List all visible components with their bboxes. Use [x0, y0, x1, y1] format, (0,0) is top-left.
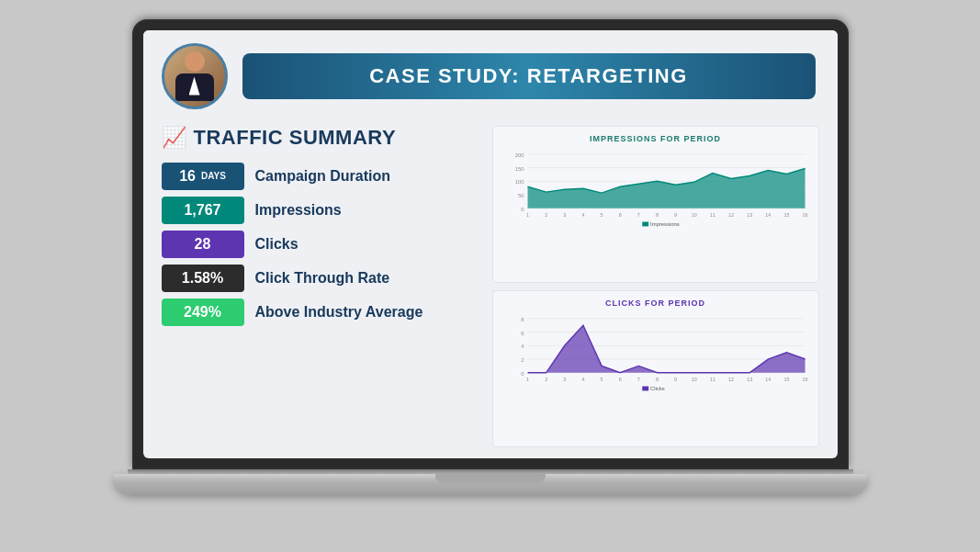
- badge-impressions-value: 1,767: [184, 202, 220, 219]
- svg-text:12: 12: [728, 211, 734, 217]
- laptop-screen: CASE STUDY: RETARGETING 📈 TRAFFIC SUMMAR…: [143, 30, 838, 458]
- svg-text:2: 2: [545, 376, 547, 381]
- svg-text:6: 6: [618, 376, 621, 381]
- laptop-container: CASE STUDY: RETARGETING 📈 TRAFFIC SUMMAR…: [114, 19, 867, 534]
- clicks-chart-container: CLICKS FOR PERIOD: [492, 290, 819, 447]
- svg-text:1: 1: [526, 376, 529, 381]
- svg-text:9: 9: [674, 376, 677, 381]
- svg-text:9: 9: [674, 211, 677, 217]
- traffic-title-row: 📈 TRAFFIC SUMMARY: [162, 126, 474, 150]
- laptop-base: [114, 474, 867, 494]
- svg-text:16: 16: [802, 376, 807, 381]
- svg-text:10: 10: [691, 376, 696, 381]
- svg-text:12: 12: [728, 376, 734, 381]
- svg-text:6: 6: [521, 330, 524, 335]
- svg-text:2: 2: [545, 211, 547, 217]
- svg-text:1: 1: [526, 211, 529, 217]
- screen-content: CASE STUDY: RETARGETING 📈 TRAFFIC SUMMAR…: [143, 30, 838, 458]
- svg-text:50: 50: [518, 193, 524, 198]
- stats-list: 16 DAYS Campaign Duration 1,767 Imp: [162, 163, 474, 326]
- impressions-chart-title: IMPRESSIONS FOR PERIOD: [502, 134, 809, 143]
- svg-text:0: 0: [521, 206, 524, 211]
- main-content: 📈 TRAFFIC SUMMARY 16 DAYS Campaign Durat…: [143, 118, 838, 458]
- title-banner: CASE STUDY: RETARGETING: [242, 53, 816, 99]
- badge-duration-unit: DAYS: [201, 171, 226, 181]
- left-panel: 📈 TRAFFIC SUMMARY 16 DAYS Campaign Durat…: [162, 126, 474, 447]
- screen-bezel: CASE STUDY: RETARGETING 📈 TRAFFIC SUMMAR…: [132, 19, 849, 469]
- svg-text:13: 13: [747, 376, 752, 381]
- svg-text:8: 8: [521, 316, 524, 321]
- person-head: [185, 51, 205, 72]
- svg-text:16: 16: [802, 211, 807, 217]
- svg-text:11: 11: [709, 211, 715, 217]
- badge-above-avg-value: 249%: [184, 304, 221, 321]
- svg-text:7: 7: [636, 211, 639, 217]
- badge-ctr: 1.58%: [162, 265, 244, 292]
- stat-desc-duration: Campaign Duration: [255, 168, 391, 185]
- svg-text:11: 11: [709, 376, 715, 381]
- header: CASE STUDY: RETARGETING: [143, 30, 838, 118]
- stat-row-clicks: 28 Clicks: [162, 231, 474, 258]
- badge-ctr-value: 1.58%: [182, 270, 223, 287]
- svg-text:13: 13: [747, 211, 752, 217]
- badge-above-avg: 249%: [162, 299, 244, 326]
- svg-text:4: 4: [581, 376, 584, 381]
- impressions-legend-label: Impressions: [650, 221, 680, 227]
- stat-row-above-avg: 249% Above Industry Average: [162, 299, 474, 326]
- impressions-chart-area: 200 150 100 50 0: [502, 147, 809, 228]
- traffic-summary-title: TRAFFIC SUMMARY: [194, 126, 397, 150]
- clicks-chart-area: 8 6 4 2 0: [502, 311, 809, 392]
- stat-desc-ctr: Click Through Rate: [255, 270, 390, 287]
- stat-row-ctr: 1.58% Click Through Rate: [162, 265, 474, 292]
- clicks-area: [527, 325, 805, 373]
- badge-clicks-value: 28: [195, 236, 211, 253]
- svg-text:200: 200: [514, 152, 524, 157]
- svg-text:4: 4: [581, 211, 584, 217]
- svg-text:5: 5: [600, 211, 603, 217]
- person-body: [175, 73, 214, 101]
- svg-text:3: 3: [563, 376, 566, 381]
- badge-duration-value: 16: [179, 168, 196, 185]
- impressions-svg: 200 150 100 50 0: [502, 147, 809, 228]
- avatar: [162, 43, 228, 109]
- avatar-person: [170, 51, 220, 107]
- clicks-chart-title: CLICKS FOR PERIOD: [502, 299, 809, 308]
- page-title: CASE STUDY: RETARGETING: [369, 64, 688, 87]
- svg-text:150: 150: [514, 165, 524, 171]
- stat-row-duration: 16 DAYS Campaign Duration: [162, 163, 474, 190]
- svg-text:7: 7: [636, 376, 639, 381]
- impressions-legend-dot: [642, 221, 648, 226]
- clicks-legend-label: Clicks: [650, 386, 665, 391]
- svg-text:3: 3: [563, 211, 566, 217]
- badge-duration: 16 DAYS: [162, 163, 244, 190]
- person-collar: [189, 77, 200, 96]
- svg-text:6: 6: [618, 211, 621, 217]
- stat-desc-impressions: Impressions: [255, 202, 342, 219]
- right-panel: IMPRESSIONS FOR PERIOD: [492, 126, 819, 447]
- svg-text:10: 10: [691, 211, 696, 217]
- stat-desc-above-avg: Above Industry Average: [255, 304, 423, 321]
- svg-text:100: 100: [514, 179, 524, 185]
- clicks-svg: 8 6 4 2 0: [502, 311, 809, 392]
- impressions-chart-container: IMPRESSIONS FOR PERIOD: [492, 126, 819, 283]
- svg-text:0: 0: [521, 370, 524, 376]
- stat-desc-clicks: Clicks: [255, 236, 299, 253]
- svg-text:4: 4: [521, 344, 524, 349]
- stat-row-impressions: 1,767 Impressions: [162, 197, 474, 224]
- svg-text:15: 15: [783, 376, 789, 381]
- clicks-legend-dot: [642, 386, 648, 390]
- badge-impressions: 1,767: [162, 197, 244, 224]
- svg-text:8: 8: [655, 211, 658, 217]
- badge-clicks: 28: [162, 231, 244, 258]
- svg-text:14: 14: [765, 376, 771, 381]
- svg-text:15: 15: [783, 211, 789, 217]
- svg-text:8: 8: [655, 376, 658, 381]
- svg-text:14: 14: [765, 211, 771, 217]
- svg-text:2: 2: [521, 357, 524, 363]
- svg-text:5: 5: [600, 376, 603, 381]
- chart-icon: 📈: [162, 126, 186, 150]
